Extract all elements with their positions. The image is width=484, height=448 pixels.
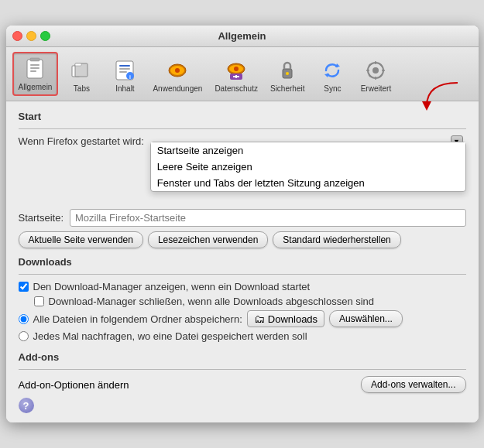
svg-rect-2 [30,64,39,66]
downloads-divider [19,274,466,275]
download-manager-close-label: Download-Manager schließen, wenn alle Do… [49,296,375,307]
allgemein-icon [22,56,47,81]
window-title: Allgemein [218,30,266,42]
download-manager-close-row: Download-Manager schließen, wenn alle Do… [34,296,466,307]
save-folder-label: Alle Dateien in folgendem Ordner abspeic… [33,313,242,325]
tabs-label: Tabs [74,84,90,93]
svg-rect-30 [375,77,376,80]
anwendungen-icon [165,58,190,83]
help-button[interactable]: ? [19,398,34,413]
inhalt-label: Inhalt [115,84,134,93]
addons-change-label: Add-on-Optionen ändern [19,379,129,391]
svg-rect-9 [119,65,130,67]
inhalt-icon: i [112,58,137,83]
startup-row: Wenn Firefox gestartet wird: Startseite … [19,135,466,147]
svg-rect-3 [30,67,39,69]
svg-rect-4 [30,70,36,72]
allgemein-label: Allgemein [19,83,53,91]
window-controls [12,31,50,41]
svg-point-19 [234,67,239,71]
dropdown-option-1[interactable]: Leere Seite anzeigen [151,159,465,175]
datenschutz-icon [224,58,249,83]
startup-dropdown-menu[interactable]: Startseite anzeigen Leere Seite anzeigen… [150,142,466,192]
lesezeichen-button[interactable]: Lesezeichen verwenden [148,231,268,248]
download-manager-show-row: Den Download-Manager anzeigen, wenn ein … [19,281,466,292]
download-manager-show-label: Den Download-Manager anzeigen, wenn ein … [33,281,311,292]
svg-rect-29 [375,61,376,64]
addons-divider [19,369,466,370]
toolbar-allgemein[interactable]: Allgemein [12,52,59,96]
toolbar-inhalt[interactable]: i Inhalt [105,55,145,96]
downloads-section-header: Downloads [19,256,466,268]
erweitert-label: Erweitert [361,84,391,93]
toolbar: Allgemein Tabs i [6,47,479,101]
datenschutz-label: Datenschutz [215,84,258,93]
close-button[interactable] [12,31,22,41]
dropdown-option-0[interactable]: Startseite anzeigen [151,142,465,159]
svg-rect-31 [366,70,369,71]
folder-icon: 🗂 [254,313,265,325]
startseite-row: Startseite: [19,209,466,227]
addons-section-header: Add-ons [19,351,466,363]
toolbar-anwendungen[interactable]: Anwendungen [148,55,207,96]
folder-name: Downloads [268,313,318,325]
aktuelle-seite-button[interactable]: Aktuelle Seite verwenden [19,231,143,248]
svg-point-16 [175,68,180,73]
addons-row: Add-on-Optionen ändern Add-ons verwalten… [19,376,466,393]
svg-point-28 [372,67,379,74]
save-folder-radio[interactable] [19,314,29,324]
sicherheit-icon [275,58,300,83]
maximize-button[interactable] [40,31,50,41]
preferences-window: Allgemein Allgemein [6,26,479,422]
startseite-input[interactable] [70,209,465,227]
svg-rect-7 [75,63,81,66]
ask-each-time-row: Jedes Mal nachfragen, wo eine Datei gesp… [19,330,466,342]
download-manager-close-checkbox[interactable] [34,296,44,306]
minimize-button[interactable] [26,31,36,41]
folder-button[interactable]: 🗂 Downloads [247,310,324,327]
start-section-header: Start [19,111,466,122]
choose-folder-button[interactable]: Auswählen... [329,310,403,327]
svg-rect-10 [119,68,130,70]
toolbar-datenschutz[interactable]: Datenschutz [210,55,263,96]
toolbar-sicherheit[interactable]: Sicherheit [266,55,309,96]
download-manager-show-checkbox[interactable] [19,282,29,292]
tabs-icon [69,58,94,83]
erweitert-icon [363,58,388,83]
ask-each-time-label: Jedes Mal nachfragen, wo eine Datei gesp… [33,330,307,342]
titlebar: Allgemein [6,26,479,47]
sicherheit-label: Sicherheit [270,84,304,93]
anwendungen-label: Anwendungen [153,84,202,93]
toolbar-tabs[interactable]: Tabs [61,55,101,96]
startseite-label: Startseite: [19,212,64,224]
addons-manage-button[interactable]: Add-ons verwalten... [361,376,465,393]
preferences-content: Start Wenn Firefox gestartet wird: Start… [6,101,479,422]
toolbar-sync[interactable]: Sync [312,55,352,96]
toolbar-erweitert[interactable]: Erweitert [355,55,396,96]
svg-rect-1 [30,58,39,61]
start-buttons-row: Aktuelle Seite verwenden Lesezeichen ver… [19,231,466,248]
svg-rect-32 [382,70,385,71]
save-to-folder-row: Alle Dateien in folgendem Ordner abspeic… [19,310,466,327]
dropdown-option-2[interactable]: Fenster und Tabs der letzten Sitzung anz… [151,175,465,191]
sync-label: Sync [324,84,341,93]
standard-button[interactable]: Standard wiederherstellen [273,231,400,248]
sync-icon [320,58,345,83]
start-divider [19,128,466,129]
ask-each-time-radio[interactable] [19,331,29,341]
svg-text:i: i [129,74,131,80]
svg-rect-11 [119,71,127,73]
startup-label: Wenn Firefox gestartet wird: [19,135,144,147]
svg-point-24 [286,72,289,75]
